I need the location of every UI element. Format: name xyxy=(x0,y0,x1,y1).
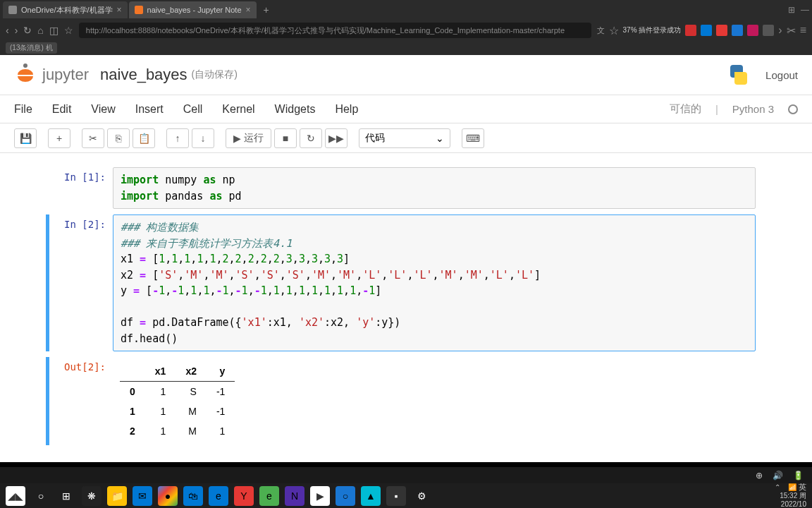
menu-edit[interactable]: Edit xyxy=(52,103,72,116)
menu-view[interactable]: View xyxy=(91,103,115,116)
close-icon[interactable]: × xyxy=(117,5,122,15)
jupyter-logo[interactable]: jupyter xyxy=(14,64,89,86)
terminal-icon[interactable]: ▪ xyxy=(386,486,406,506)
star-icon[interactable]: ☆ xyxy=(64,25,73,36)
minimize-icon[interactable]: — xyxy=(801,5,809,15)
more-extensions-icon[interactable]: › xyxy=(778,24,782,37)
menu-file[interactable]: File xyxy=(14,103,32,116)
menu-help[interactable]: Help xyxy=(335,103,358,116)
translate-icon[interactable]: 文 xyxy=(597,25,605,36)
search-button[interactable]: ○ xyxy=(31,486,51,506)
sidebar-toggle-icon[interactable]: ⊞ xyxy=(788,5,795,15)
menu-insert[interactable]: Insert xyxy=(135,103,164,116)
move-down-button[interactable]: ↓ xyxy=(192,128,214,148)
browser-tab[interactable]: OneDrive/本科教学/机器学 × xyxy=(3,1,128,18)
app-icon[interactable]: N xyxy=(285,486,304,506)
store-icon[interactable]: 🛍 xyxy=(183,486,203,506)
edge-icon[interactable]: e xyxy=(209,486,228,506)
new-tab-button[interactable]: + xyxy=(258,4,275,16)
logout-button[interactable]: Logout xyxy=(765,69,798,81)
forward-icon[interactable]: › xyxy=(15,25,18,36)
kernel-name[interactable]: Python 3 xyxy=(732,103,774,115)
table-row: 01S-1 xyxy=(120,382,235,402)
tab-favicon xyxy=(135,6,143,14)
jupyter-app: jupyter naive_bayes (自动保存) Logout File E… xyxy=(0,55,812,462)
menu-cell[interactable]: Cell xyxy=(183,103,203,116)
mail-icon[interactable]: ✉ xyxy=(133,486,152,506)
code-editor[interactable]: import numpy as np import pandas as pd xyxy=(113,167,756,209)
run-button[interactable]: ▶ 运行 xyxy=(226,128,271,148)
extension-icon[interactable] xyxy=(685,25,696,36)
tab-title: naive_bayes - Jupyter Note xyxy=(147,6,242,14)
wifi-icon[interactable]: 📶 xyxy=(788,483,796,491)
table-row: 21M1 xyxy=(120,421,235,441)
restart-button[interactable]: ↻ xyxy=(300,128,322,148)
bookmark-item[interactable]: (13条消息) 机 xyxy=(6,42,57,54)
app-icon[interactable]: ○ xyxy=(336,486,355,506)
start-button[interactable]: ◢◣ xyxy=(6,486,25,506)
file-explorer-icon[interactable]: 📁 xyxy=(107,486,127,506)
ime-lang[interactable]: 英 xyxy=(799,483,806,491)
save-button[interactable]: 💾 xyxy=(14,128,37,148)
note-icon[interactable]: ◫ xyxy=(49,25,59,36)
settings-icon[interactable]: ⚙ xyxy=(412,486,431,506)
extension-icon[interactable] xyxy=(701,25,712,36)
extension-icon[interactable] xyxy=(763,25,774,36)
task-view-button[interactable]: ⊞ xyxy=(56,486,76,506)
menu-kernel[interactable]: Kernel xyxy=(222,103,254,116)
dataframe-table: x1 x2 y 01S-111M-121M1 xyxy=(120,361,235,441)
app-icon[interactable]: ▶ xyxy=(310,486,330,506)
extension-icon[interactable] xyxy=(716,25,727,36)
paste-button[interactable]: 📋 xyxy=(133,128,155,148)
tray-icon[interactable]: ⊕ xyxy=(756,471,763,480)
stop-button[interactable]: ■ xyxy=(274,128,297,148)
code-cell[interactable]: In [1]: import numpy as np import pandas… xyxy=(49,167,756,209)
ime-chevron-icon[interactable]: ⌃ xyxy=(775,483,780,491)
copy-button[interactable]: ⎘ xyxy=(107,128,130,148)
browser-icon[interactable]: ● xyxy=(158,486,178,506)
url-input[interactable]: http://localhost:8888/notebooks/OneDrive… xyxy=(79,23,591,38)
move-up-button[interactable]: ↑ xyxy=(166,128,189,148)
command-palette-button[interactable]: ⌨ xyxy=(462,128,484,148)
output-area: x1 x2 y 01S-111M-121M1 xyxy=(113,357,242,445)
app-icon[interactable]: ▲ xyxy=(361,486,381,506)
output-cell: Out[2]: x1 x2 y 01S-111M-121M1 xyxy=(49,357,756,445)
back-icon[interactable]: ‹ xyxy=(6,25,9,36)
bookmark-bar: (13条消息) 机 xyxy=(0,41,812,55)
extension-icon[interactable] xyxy=(747,25,758,36)
taskbar-clock[interactable]: ⌃ 📶 英 15:32 周 2022/10 xyxy=(775,483,806,508)
notebook-body[interactable]: In [1]: import numpy as np import pandas… xyxy=(0,153,812,462)
app-icon[interactable]: ❋ xyxy=(82,486,102,506)
volume-icon[interactable]: 🔊 xyxy=(773,471,783,480)
taskbar: ◢◣ ○ ⊞ ❋ 📁 ✉ ● 🛍 e Y e N ▶ ○ ▲ ▪ ⚙ ⌃ 📶 英… xyxy=(0,483,812,508)
menu-bar: File Edit View Insert Cell Kernel Widget… xyxy=(0,95,812,123)
close-icon[interactable]: × xyxy=(246,5,251,15)
battery-icon[interactable]: 🔋 xyxy=(793,471,804,480)
status-text: 37% 插件登录成功 xyxy=(623,25,682,35)
cut-button[interactable]: ✂ xyxy=(82,128,104,148)
fast-forward-button[interactable]: ▶▶ xyxy=(325,128,347,148)
refresh-icon[interactable]: ↻ xyxy=(23,25,32,36)
add-cell-button[interactable]: + xyxy=(48,128,70,148)
scissors-icon[interactable]: ✂ xyxy=(787,24,796,37)
jupyter-header: jupyter naive_bayes (自动保存) Logout xyxy=(0,55,812,95)
app-icon[interactable]: e xyxy=(259,486,279,506)
tab-title: OneDrive/本科教学/机器学 xyxy=(21,5,113,16)
menu-widgets[interactable]: Widgets xyxy=(275,103,316,116)
home-icon[interactable]: ⌂ xyxy=(37,25,43,36)
table-row: 11M-1 xyxy=(120,401,235,421)
code-cell-selected[interactable]: In [2]: ### 构造数据集 ### 来自于李航统计学习方法表4.1 x1… xyxy=(49,214,756,351)
trusted-label[interactable]: 可信的 xyxy=(670,102,701,116)
code-editor[interactable]: ### 构造数据集 ### 来自于李航统计学习方法表4.1 x1 = [1,1,… xyxy=(113,214,756,351)
extension-icon[interactable] xyxy=(732,25,743,36)
browser-tabs: OneDrive/本科教学/机器学 × naive_bayes - Jupyte… xyxy=(0,0,812,20)
cell-type-select[interactable]: 代码 ⌄ xyxy=(359,128,450,148)
browser-tab-active[interactable]: naive_bayes - Jupyter Note × xyxy=(129,1,257,18)
system-tray: ⊕ 🔊 🔋 xyxy=(0,467,812,483)
input-prompt: In [2]: xyxy=(49,214,113,351)
notebook-title[interactable]: naive_bayes xyxy=(100,66,187,84)
app-icon[interactable]: Y xyxy=(234,486,254,506)
menu-icon[interactable]: ≡ xyxy=(800,24,806,37)
bookmark-star-icon[interactable]: ☆ xyxy=(609,24,619,37)
table-header: x2 xyxy=(176,361,207,382)
